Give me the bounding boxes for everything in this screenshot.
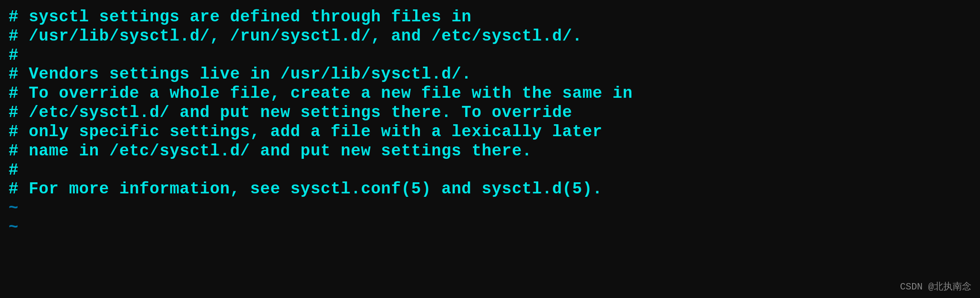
watermark: CSDN @北执南念 (900, 280, 971, 293)
line-6: # /etc/sysctl.d/ and put new settings th… (9, 103, 971, 123)
line-5: # To override a whole file, create a new… (9, 84, 971, 103)
terminal-window: # sysctl settings are defined through fi… (0, 0, 980, 298)
line-13: ~ (9, 218, 971, 237)
line-8: # name in /etc/sysctl.d/ and put new set… (9, 142, 971, 161)
line-2: # /usr/lib/sysctl.d/, /run/sysctl.d/, an… (9, 27, 971, 46)
line-9: # (9, 161, 971, 180)
line-7: # only specific settings, add a file wit… (9, 123, 971, 142)
line-3: # (9, 46, 971, 65)
line-4: # Vendors settings live in /usr/lib/sysc… (9, 65, 971, 84)
line-11: ~ (9, 199, 971, 218)
terminal-content: # sysctl settings are defined through fi… (9, 4, 971, 237)
line-10: # For more information, see sysctl.conf(… (9, 180, 971, 199)
line-1: # sysctl settings are defined through fi… (9, 8, 971, 27)
